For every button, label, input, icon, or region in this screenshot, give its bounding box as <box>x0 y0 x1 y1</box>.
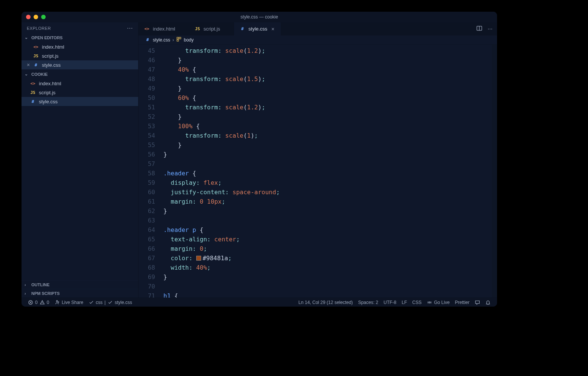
sidebar-section-collapsed[interactable]: ›OUTLINE <box>22 280 138 289</box>
folder-list: <>index.htmlJSscript.js#style.css <box>22 79 138 106</box>
status-lint-file: style.css <box>115 300 132 305</box>
svg-rect-4 <box>177 40 179 41</box>
file-name: index.html <box>42 44 64 50</box>
css-file-icon: # <box>239 26 245 31</box>
status-error-count: 0 <box>35 300 38 305</box>
code-area[interactable]: transform: scale(1.2); } 40% { transform… <box>162 45 492 298</box>
status-prettier[interactable]: Prettier <box>452 300 472 305</box>
breadcrumb-sep: › <box>172 37 174 43</box>
file-name: script.js <box>42 53 58 59</box>
js-file-icon: JS <box>194 26 200 31</box>
css-file-icon: # <box>145 37 151 42</box>
traffic-lights <box>22 15 46 19</box>
explorer-title: EXPLORER <box>27 26 51 31</box>
sidebar: EXPLORER ⋯ ⌄ OPEN EDITORS <>index.htmlJS… <box>22 22 139 298</box>
more-actions-icon[interactable]: ⋯ <box>488 26 493 32</box>
svg-rect-2 <box>177 37 179 39</box>
workbench: EXPLORER ⋯ ⌄ OPEN EDITORS <>index.htmlJS… <box>22 22 497 298</box>
file-name: index.html <box>39 81 61 86</box>
svg-rect-3 <box>179 37 181 39</box>
status-feedback-icon[interactable] <box>472 300 483 305</box>
html-file-icon: <> <box>33 45 39 49</box>
breadcrumb-file[interactable]: style.css <box>153 37 170 43</box>
app-window: style.css — cookie EXPLORER ⋯ ⌄ OPEN EDI… <box>22 12 497 307</box>
explorer-header: EXPLORER ⋯ <box>22 22 138 33</box>
html-file-icon: <> <box>144 26 150 31</box>
chevron-down-icon: ⌄ <box>25 35 29 40</box>
titlebar[interactable]: style.css — cookie <box>22 12 497 22</box>
tabs-bar: <>index.htmlJSscript.js#style.css× ⋯ <box>139 22 497 35</box>
open-editor-item[interactable]: ×#style.css <box>22 60 138 69</box>
open-editors-section[interactable]: ⌄ OPEN EDITORS <box>22 33 138 42</box>
status-golive[interactable]: Go Live <box>424 300 452 305</box>
status-problems[interactable]: 0 0 <box>25 300 52 305</box>
editor[interactable]: 4546474849505152535455565758596061626364… <box>139 45 497 298</box>
editor-tab[interactable]: #style.css× <box>234 22 281 35</box>
window-minimize-button[interactable] <box>34 15 38 19</box>
js-file-icon: JS <box>33 54 39 58</box>
chevron-right-icon: › <box>25 291 29 296</box>
status-indent[interactable]: Spaces: 2 <box>356 300 381 305</box>
status-eol[interactable]: LF <box>399 300 409 305</box>
open-editors-label: OPEN EDITORS <box>31 35 63 40</box>
minimap[interactable] <box>492 45 497 298</box>
window-title: style.css — cookie <box>22 14 497 20</box>
sidebar-section-collapsed[interactable]: ›NPM SCRIPTS <box>22 289 138 298</box>
tab-label: index.html <box>153 26 175 32</box>
editor-tab[interactable]: JSscript.js <box>189 22 234 35</box>
open-editor-item[interactable]: JSscript.js <box>22 51 138 60</box>
symbol-icon <box>176 37 182 43</box>
window-close-button[interactable] <box>26 15 31 19</box>
status-language[interactable]: CSS <box>409 300 424 305</box>
status-cursor[interactable]: Ln 14, Col 29 (12 selected) <box>296 300 356 305</box>
tabs-actions: ⋯ <box>472 22 497 35</box>
tab-label: style.css <box>248 26 267 32</box>
js-file-icon: JS <box>30 90 36 95</box>
split-editor-icon[interactable] <box>476 25 482 32</box>
status-bar: 0 0 Live Share css | style.css Ln 14, Co… <box>22 298 497 307</box>
svg-point-11 <box>429 302 430 303</box>
svg-point-10 <box>57 300 58 302</box>
file-tree-item[interactable]: <>index.html <box>22 79 138 88</box>
line-gutter: 4546474849505152535455565758596061626364… <box>139 45 162 298</box>
status-liveshare[interactable]: Live Share <box>52 300 86 305</box>
editor-tab[interactable]: <>index.html <box>139 22 189 35</box>
open-editors-list: <>index.htmlJSscript.js×#style.css <box>22 42 138 69</box>
status-lint[interactable]: css | style.css <box>86 300 135 305</box>
breadcrumb-symbol[interactable]: body <box>184 37 194 43</box>
close-icon[interactable]: × <box>270 26 276 32</box>
folder-section[interactable]: ⌄ COOKIE <box>22 69 138 79</box>
file-name: style.css <box>39 99 58 104</box>
chevron-right-icon: › <box>25 282 29 287</box>
html-file-icon: <> <box>30 81 36 86</box>
status-encoding[interactable]: UTF-8 <box>381 300 399 305</box>
status-lint-mode: css <box>96 300 103 305</box>
breadcrumbs[interactable]: # style.css › body <box>139 35 497 45</box>
file-name: script.js <box>39 90 55 95</box>
open-editor-item[interactable]: <>index.html <box>22 42 138 51</box>
css-file-icon: # <box>30 99 36 104</box>
status-warning-count: 0 <box>47 300 49 305</box>
tab-label: script.js <box>203 26 220 32</box>
status-liveshare-label: Live Share <box>62 300 83 305</box>
folder-label: COOKIE <box>31 72 48 77</box>
window-maximize-button[interactable] <box>41 15 46 19</box>
sidebar-bottom: ›OUTLINE›NPM SCRIPTS <box>22 280 138 298</box>
status-bell-icon[interactable] <box>483 300 493 305</box>
close-icon[interactable]: × <box>27 62 30 68</box>
css-file-icon: # <box>33 63 39 68</box>
section-label: OUTLINE <box>31 282 49 287</box>
chevron-down-icon: ⌄ <box>25 72 29 77</box>
section-label: NPM SCRIPTS <box>31 291 60 296</box>
file-tree-item[interactable]: JSscript.js <box>22 88 138 97</box>
editor-group: <>index.htmlJSscript.js#style.css× ⋯ # s… <box>139 22 497 298</box>
file-name: style.css <box>42 62 61 68</box>
file-tree-item[interactable]: #style.css <box>22 97 138 106</box>
